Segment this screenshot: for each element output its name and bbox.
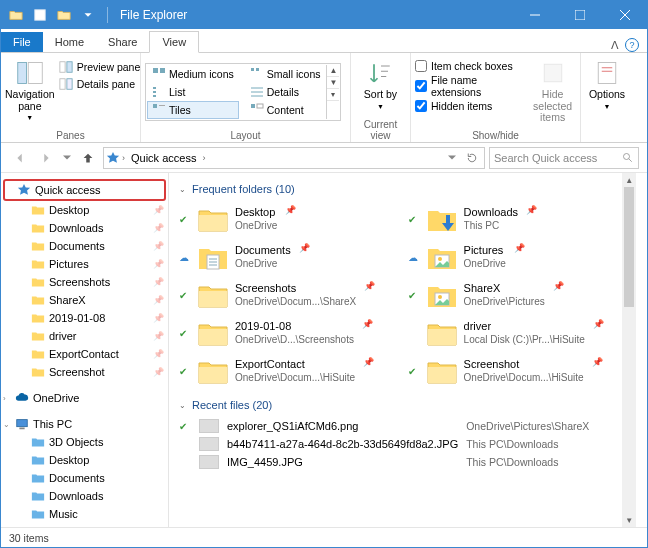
- layout-details[interactable]: Details: [245, 83, 326, 101]
- folder-tile[interactable]: ✔ ExportContactOneDrive\Docum...\HiSuite…: [179, 353, 398, 389]
- svg-rect-6: [60, 79, 65, 90]
- svg-rect-4: [60, 62, 65, 73]
- scroll-up-icon[interactable]: ▲: [622, 173, 636, 187]
- back-button[interactable]: [9, 147, 31, 169]
- preview-pane-button[interactable]: Preview pane: [57, 59, 143, 75]
- up-button[interactable]: [77, 147, 99, 169]
- refresh-button[interactable]: [462, 151, 482, 165]
- svg-rect-9: [160, 68, 165, 73]
- breadcrumb-sep[interactable]: ›: [202, 153, 205, 163]
- layout-list[interactable]: List: [147, 83, 239, 101]
- layout-medium-icons[interactable]: Medium icons: [147, 65, 239, 83]
- search-box[interactable]: Search Quick access: [489, 147, 639, 169]
- scrollbar-vertical[interactable]: ▲ ▼: [622, 173, 636, 527]
- layout-gallery[interactable]: Medium icons Small icons List Details Ti…: [145, 63, 341, 121]
- file-row[interactable]: IMG_4459.JPG This PC\Downloads: [179, 453, 626, 471]
- folder-tile[interactable]: ✔ 2019-01-08OneDrive\D...\Screenshots 📌: [179, 315, 398, 351]
- nav-item[interactable]: ExportContact📌: [1, 345, 168, 363]
- content-area[interactable]: ⌄Frequent folders (10) ✔ DesktopOneDrive…: [169, 173, 636, 477]
- group-currentview-label: Current view: [355, 118, 406, 142]
- nav-this-pc[interactable]: ⌄This PC: [1, 415, 168, 433]
- sort-by-button[interactable]: Sort by▼: [355, 55, 406, 110]
- nav-item[interactable]: 3D Objects: [1, 433, 168, 451]
- breadcrumb-sep[interactable]: ›: [122, 153, 125, 163]
- nav-item[interactable]: Downloads: [1, 487, 168, 505]
- forward-button[interactable]: [35, 147, 57, 169]
- recent-dropdown[interactable]: [61, 147, 73, 169]
- nav-item[interactable]: ShareX📌: [1, 291, 168, 309]
- svg-rect-1: [575, 10, 585, 20]
- folder-icon: [31, 365, 45, 379]
- tab-file[interactable]: File: [1, 32, 43, 52]
- nav-item[interactable]: 2019-01-08📌: [1, 309, 168, 327]
- nav-item[interactable]: Desktop📌: [1, 201, 168, 219]
- qat-dropdown-icon[interactable]: [77, 4, 99, 26]
- layout-tiles[interactable]: Tiles: [147, 101, 239, 119]
- ribbon-tabs: File Home Share View ᐱ ?: [1, 29, 647, 53]
- help-icon[interactable]: ?: [625, 38, 639, 52]
- nav-item[interactable]: Documents📌: [1, 237, 168, 255]
- file-row[interactable]: ✔ explorer_QS1iAfCMd6.png OneDrive\Pictu…: [179, 417, 626, 435]
- breadcrumb-dropdown[interactable]: [444, 147, 460, 169]
- svg-rect-22: [17, 420, 28, 427]
- folder-tile[interactable]: ☁ PicturesOneDrive 📌: [408, 239, 627, 275]
- folder-tile[interactable]: ✔ ScreenshotOneDrive\Docum...\HiSuite 📌: [408, 353, 627, 389]
- folder-tile[interactable]: ✔ ShareXOneDrive\Pictures 📌: [408, 277, 627, 313]
- scroll-down-icon[interactable]: ▼: [622, 513, 636, 527]
- close-button[interactable]: [602, 1, 647, 29]
- options-button[interactable]: Options▼: [585, 55, 629, 110]
- nav-onedrive[interactable]: ›OneDrive: [1, 389, 168, 407]
- folder-tile[interactable]: driverLocal Disk (C:)\Pr...\HiSuite 📌: [408, 315, 627, 351]
- qat-newfolder-icon[interactable]: [53, 4, 75, 26]
- svg-rect-0: [35, 10, 46, 21]
- nav-quick-access[interactable]: Quick access: [3, 179, 166, 201]
- folder-icon: [31, 239, 45, 253]
- navigation-pane-button[interactable]: Navigation pane ▼: [5, 55, 55, 122]
- tab-home[interactable]: Home: [43, 32, 96, 52]
- svg-rect-3: [28, 63, 42, 84]
- section-recent-files[interactable]: ⌄Recent files (20): [179, 399, 626, 411]
- navigation-pane[interactable]: Quick access Desktop📌 Downloads📌 Documen…: [1, 173, 169, 527]
- qat-folder-icon[interactable]: [5, 4, 27, 26]
- qat-properties-icon[interactable]: [29, 4, 51, 26]
- section-frequent-folders[interactable]: ⌄Frequent folders (10): [179, 183, 626, 195]
- folder-icon: [31, 435, 45, 449]
- svg-rect-2: [18, 63, 27, 84]
- nav-item[interactable]: Documents: [1, 469, 168, 487]
- nav-item[interactable]: Screenshot📌: [1, 363, 168, 381]
- breadcrumb[interactable]: › Quick access ›: [103, 147, 485, 169]
- svg-rect-5: [67, 62, 72, 73]
- minimize-button[interactable]: [512, 1, 557, 29]
- details-pane-button[interactable]: Details pane: [57, 76, 143, 92]
- check-file-extensions[interactable]: File name extensions: [415, 73, 527, 99]
- nav-item[interactable]: Music: [1, 505, 168, 523]
- folder-icon: [197, 317, 229, 349]
- svg-rect-15: [153, 104, 157, 108]
- folder-tile[interactable]: ✔ DownloadsThis PC 📌: [408, 201, 627, 237]
- folder-tile[interactable]: ☁ DocumentsOneDrive 📌: [179, 239, 398, 275]
- scroll-thumb[interactable]: [624, 187, 634, 307]
- nav-item[interactable]: Desktop: [1, 451, 168, 469]
- tab-share[interactable]: Share: [96, 32, 149, 52]
- layout-small-icons[interactable]: Small icons: [245, 65, 326, 83]
- file-row[interactable]: b44b7411-a27a-464d-8c2b-33d5649fd8a2.JPG…: [179, 435, 626, 453]
- group-showhide-label: Show/hide: [415, 129, 576, 142]
- maximize-button[interactable]: [557, 1, 602, 29]
- ribbon-collapse-icon[interactable]: ᐱ: [611, 39, 619, 52]
- sync-ok-icon: ✔: [408, 366, 416, 377]
- tab-view[interactable]: View: [149, 31, 199, 53]
- nav-item[interactable]: driver📌: [1, 327, 168, 345]
- nav-item[interactable]: Screenshots📌: [1, 273, 168, 291]
- check-item-checkboxes[interactable]: Item check boxes: [415, 59, 527, 73]
- layout-content[interactable]: Content: [245, 101, 326, 119]
- breadcrumb-quick-access[interactable]: Quick access: [127, 152, 200, 164]
- pin-icon: 📌: [153, 205, 164, 215]
- folder-icon: [197, 279, 229, 311]
- folder-tile[interactable]: ✔ DesktopOneDrive 📌: [179, 201, 398, 237]
- nav-item[interactable]: Pictures📌: [1, 255, 168, 273]
- pin-icon: 📌: [153, 295, 164, 305]
- nav-item[interactable]: Downloads📌: [1, 219, 168, 237]
- layout-scroll[interactable]: ▲▼▾: [326, 65, 339, 119]
- folder-tile[interactable]: ✔ ScreenshotsOneDrive\Docum...\ShareX 📌: [179, 277, 398, 313]
- check-hidden-items[interactable]: Hidden items: [415, 99, 527, 113]
